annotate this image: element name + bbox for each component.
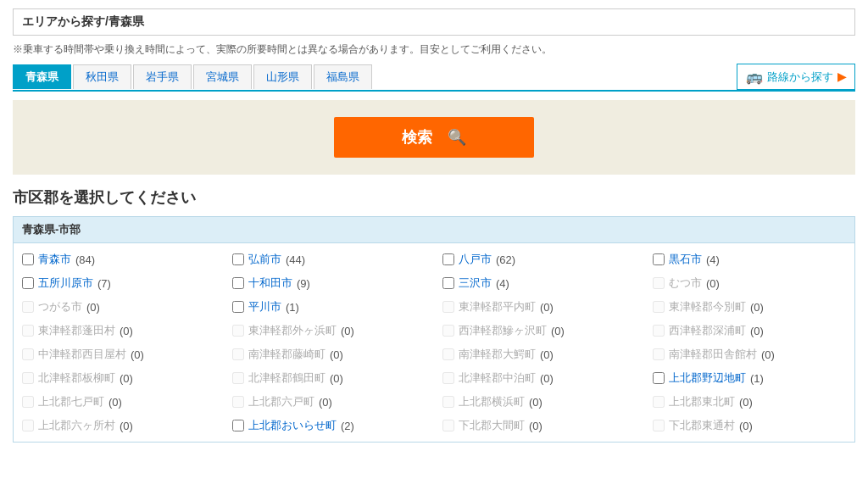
- city-count: (0): [540, 348, 554, 361]
- city-checkbox[interactable]: [232, 325, 244, 337]
- tab-aomori[interactable]: 青森県: [13, 64, 71, 89]
- city-checkbox[interactable]: [653, 348, 665, 360]
- list-item: 十和田市(9): [224, 271, 434, 295]
- city-checkbox[interactable]: [653, 301, 665, 313]
- city-checkbox[interactable]: [22, 420, 34, 431]
- city-checkbox[interactable]: [442, 396, 454, 408]
- tab-miyagi[interactable]: 宮城県: [193, 64, 252, 89]
- city-checkbox[interactable]: [653, 277, 665, 289]
- city-name: 上北郡七戸町: [38, 394, 104, 409]
- list-item: 上北郡おいらせ町(2): [224, 414, 434, 437]
- city-link[interactable]: 上北郡野辺地町: [669, 370, 746, 386]
- city-checkbox[interactable]: [232, 348, 244, 360]
- city-name: 北津軽郡板柳町: [38, 370, 115, 386]
- city-link[interactable]: 十和田市: [248, 276, 292, 291]
- list-item: 中津軽郡西目屋村(0): [14, 342, 224, 366]
- city-checkbox[interactable]: [22, 301, 34, 313]
- city-name: つがる市: [38, 299, 82, 315]
- city-checkbox[interactable]: [442, 301, 454, 313]
- list-item: 東津軽郡蓬田村(0): [14, 319, 224, 342]
- list-item: 東津軽郡今別町(0): [644, 295, 854, 319]
- groups-container: 青森県-市部青森市(84)弘前市(44)八戸市(62)黒石市(4)五所川原市(7…: [13, 216, 855, 443]
- city-checkbox[interactable]: [442, 277, 454, 289]
- city-checkbox[interactable]: [22, 325, 34, 337]
- city-link[interactable]: 青森市: [38, 252, 71, 267]
- route-search-button[interactable]: 🚌 路線から探す ▶: [737, 64, 855, 90]
- city-checkbox[interactable]: [442, 372, 454, 384]
- city-count: (0): [120, 372, 133, 385]
- city-checkbox[interactable]: [442, 325, 454, 337]
- list-item: 東津軽郡外ヶ浜町(0): [224, 319, 434, 342]
- city-count: (2): [341, 420, 354, 432]
- city-checkbox[interactable]: [232, 420, 244, 431]
- city-name: 北津軽郡中泊町: [459, 370, 536, 386]
- tab-akita[interactable]: 秋田県: [73, 64, 131, 89]
- city-name: 北津軽郡鶴田町: [248, 370, 326, 386]
- city-name: 東津軽郡外ヶ浜町: [248, 323, 337, 338]
- city-count: (0): [706, 277, 720, 290]
- list-item: 西津軽郡深浦町(0): [644, 319, 854, 342]
- city-count: (7): [97, 277, 111, 290]
- city-checkbox[interactable]: [22, 253, 34, 265]
- city-name: 下北郡東通村: [669, 418, 735, 433]
- city-count: (9): [297, 277, 310, 290]
- list-item: 三沢市(4): [434, 271, 644, 295]
- city-checkbox[interactable]: [232, 253, 244, 265]
- city-checkbox[interactable]: [232, 396, 244, 408]
- city-checkbox[interactable]: [22, 277, 34, 289]
- city-link[interactable]: 三沢市: [459, 276, 492, 291]
- city-link[interactable]: 八戸市: [459, 252, 492, 267]
- search-button[interactable]: 検索 🔍: [334, 117, 534, 158]
- city-checkbox[interactable]: [22, 372, 34, 384]
- city-count: (0): [551, 325, 565, 337]
- tab-yamagata[interactable]: 山形県: [253, 64, 312, 89]
- city-checkbox[interactable]: [442, 348, 454, 360]
- city-checkbox[interactable]: [653, 372, 665, 384]
- city-grid: 青森市(84)弘前市(44)八戸市(62)黒石市(4)五所川原市(7)十和田市(…: [14, 243, 854, 442]
- city-name: 下北郡大間町: [459, 418, 525, 433]
- route-button-label: 路線から探す: [767, 70, 833, 85]
- city-name: 西津軽郡深浦町: [669, 323, 746, 338]
- bus-icon: 🚌: [746, 69, 763, 85]
- city-count: (0): [739, 396, 753, 409]
- tab-fukushima[interactable]: 福島県: [314, 64, 372, 89]
- city-checkbox[interactable]: [22, 348, 34, 360]
- city-count: (0): [108, 396, 122, 409]
- list-item: 黒石市(4): [644, 248, 854, 271]
- list-item: 上北郡六ヶ所村(0): [14, 414, 224, 437]
- city-checkbox[interactable]: [442, 253, 454, 265]
- list-item: 平川市(1): [224, 295, 434, 319]
- list-item: 北津軽郡鶴田町(0): [224, 366, 434, 390]
- city-link[interactable]: 黒石市: [669, 252, 702, 267]
- arrow-icon: ▶: [837, 70, 846, 83]
- city-checkbox[interactable]: [232, 301, 244, 313]
- list-item: 西津軽郡鰺ヶ沢町(0): [434, 319, 644, 342]
- city-name: 上北郡横浜町: [459, 394, 525, 409]
- city-count: (0): [761, 348, 775, 361]
- search-area: 検索 🔍: [13, 100, 855, 175]
- city-name: 東津軽郡平内町: [459, 299, 536, 315]
- list-item: 北津軽郡中泊町(0): [434, 366, 644, 390]
- tab-iwate[interactable]: 岩手県: [133, 64, 192, 89]
- list-item: 下北郡大間町(0): [434, 414, 644, 437]
- city-count: (0): [540, 372, 554, 385]
- city-name: 中津軽郡西目屋村: [38, 347, 126, 362]
- city-checkbox[interactable]: [232, 372, 244, 384]
- city-name: 東津軽郡今別町: [669, 299, 746, 315]
- city-checkbox[interactable]: [232, 277, 244, 289]
- city-link[interactable]: 上北郡おいらせ町: [248, 418, 337, 433]
- city-link[interactable]: 五所川原市: [38, 276, 93, 291]
- city-link[interactable]: 弘前市: [248, 252, 281, 267]
- list-item: 青森市(84): [14, 248, 224, 271]
- city-checkbox[interactable]: [442, 420, 454, 431]
- city-checkbox[interactable]: [653, 396, 665, 408]
- city-checkbox[interactable]: [653, 325, 665, 337]
- section-title: 市区郡を選択してください: [13, 187, 855, 208]
- city-checkbox[interactable]: [653, 420, 665, 431]
- city-link[interactable]: 平川市: [248, 299, 281, 315]
- city-name: 西津軽郡鰺ヶ沢町: [459, 323, 547, 338]
- city-checkbox[interactable]: [22, 396, 34, 408]
- list-item: 北津軽郡板柳町(0): [14, 366, 224, 390]
- city-checkbox[interactable]: [653, 253, 665, 265]
- list-item: 上北郡野辺地町(1): [644, 366, 854, 390]
